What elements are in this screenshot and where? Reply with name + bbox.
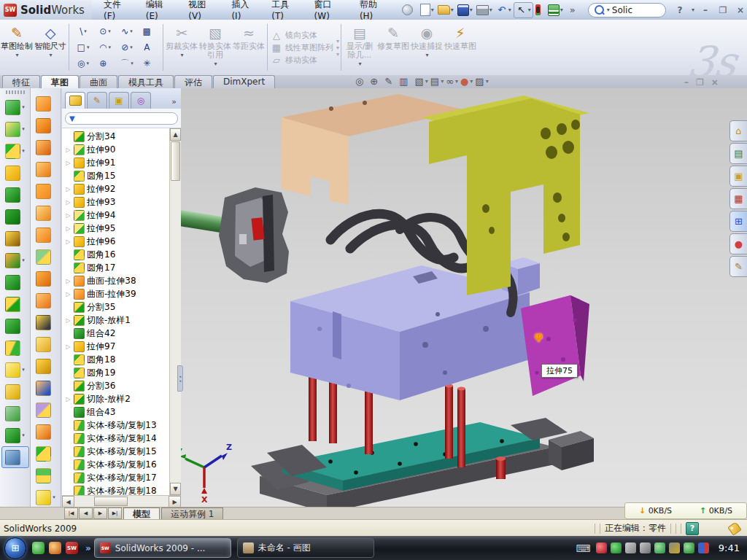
tree-item[interactable]: ▷ 实体-移动/复制15 <box>65 445 169 458</box>
expand-arrow-icon[interactable]: ▷ <box>65 291 71 298</box>
select-arrow-icon[interactable]: ↖ ▾ <box>514 2 533 18</box>
tree-item[interactable]: ▷ 拉伸96 <box>65 235 169 248</box>
dimxpertmanager-tab[interactable]: ◎ <box>131 92 151 109</box>
tree-item[interactable]: ▷ 分割34 <box>65 130 169 143</box>
rebuild-icon[interactable]: ▾ <box>534 3 546 17</box>
command-button[interactable]: ⚡ 快速草图 ▾ <box>444 20 477 75</box>
tool-button[interactable]: ▾ <box>32 377 60 399</box>
tool-button[interactable]: ▾ <box>32 421 60 443</box>
tag-icon[interactable] <box>727 521 741 535</box>
tree-item[interactable]: ▷ 切除-放样1 <box>65 314 169 327</box>
tree-item[interactable]: ▷ 拉伸97 <box>65 340 169 353</box>
command-tab[interactable]: DimXpert <box>213 75 275 88</box>
gps-icon[interactable] <box>654 542 665 553</box>
tab-nav-button[interactable]: ▶ <box>93 508 107 519</box>
tree-item[interactable]: ▷ 圆角19 <box>65 366 169 379</box>
command-tab[interactable]: 评估 <box>174 75 212 88</box>
tool-button[interactable]: ▾ <box>1 118 29 140</box>
tree-item[interactable]: ▷ 拉伸92 <box>65 182 169 195</box>
tool-button[interactable]: ▾ <box>32 202 60 224</box>
solidworks-icon[interactable]: SW <box>66 542 78 554</box>
tree-item[interactable]: ▷ 曲面-拉伸39 <box>65 287 169 300</box>
sync-icon[interactable] <box>698 542 709 553</box>
tool-button[interactable]: ▾ <box>1 402 29 424</box>
tool-button[interactable]: ▾ <box>1 381 29 402</box>
tool-button[interactable]: ▾ <box>1 140 29 162</box>
dropdown-caret-icon[interactable]: ▾ <box>214 61 217 67</box>
assembly-model[interactable]: Y Z X <box>181 88 747 507</box>
expand-arrow-icon[interactable]: ▷ <box>65 225 71 232</box>
solidworks-content-tab[interactable]: ▦ <box>729 188 747 209</box>
expand-arrow-icon[interactable]: ▷ <box>65 160 71 166</box>
configurationmanager-tab[interactable]: ▣ <box>109 92 129 109</box>
expand-arrow-icon[interactable]: ▷ <box>65 343 71 350</box>
network-warning-icon[interactable] <box>669 542 680 553</box>
tree-vertical-scrollbar[interactable]: ▲ ▼ <box>169 128 181 495</box>
design-library-tab[interactable]: ▤ <box>729 143 747 164</box>
hide-show-items-icon[interactable]: ∞ ▾ <box>446 76 458 87</box>
filter-input[interactable]: ▼ <box>65 112 178 125</box>
tool-button[interactable]: ▾ <box>32 355 60 377</box>
tool-button[interactable]: ▾ <box>1 228 29 249</box>
manager-overflow-button[interactable]: » <box>171 97 179 109</box>
sketch-entity-button[interactable]: ⊙▾ <box>94 23 116 39</box>
tool-button[interactable]: ▾ <box>32 246 60 268</box>
command-tab[interactable]: 模具工具 <box>118 75 174 88</box>
tab-nav-button[interactable]: |◀ <box>64 508 78 519</box>
media-icon[interactable] <box>49 542 61 554</box>
tree-item[interactable]: ▷ 曲面-拉伸38 <box>65 274 169 287</box>
view-palette-tab[interactable]: ⊞ <box>729 211 747 232</box>
scroll-down-button[interactable]: ▼ <box>170 483 181 495</box>
tree-item[interactable]: ▷ 组合42 <box>65 327 169 340</box>
tool-button[interactable]: ▾ <box>32 268 60 289</box>
dropdown-caret-icon[interactable]: ▾ <box>180 52 183 58</box>
new-document-icon[interactable]: ▾ <box>419 2 436 18</box>
quick-launch-chevron[interactable]: » <box>85 543 91 553</box>
sketch-entity-button[interactable]: ⊘▾ <box>116 39 138 55</box>
tab-nav-button[interactable]: ◀ <box>79 508 93 519</box>
save-icon[interactable]: ▾ <box>456 3 474 18</box>
expand-arrow-icon[interactable]: ▷ <box>65 147 71 153</box>
graphics-viewport[interactable]: Y Z X φ 拉伸75 ⌂ ▤ <box>181 88 747 507</box>
toolbar-grip[interactable] <box>6 90 25 94</box>
scroll-up-button[interactable]: ▲ <box>170 128 181 141</box>
sketch-entity-button[interactable]: ⊕▾ <box>94 55 116 71</box>
doc-minimize-button[interactable]: – <box>684 77 689 88</box>
edit-appearance-icon[interactable]: ● ▾ <box>460 76 473 87</box>
tree-item[interactable]: ▷ 拉伸91 <box>65 156 169 169</box>
tool-button[interactable]: ▾ <box>32 224 60 246</box>
tool-button[interactable]: ▾ <box>32 289 60 311</box>
tool-button[interactable]: ▾ <box>32 443 60 464</box>
tree-item[interactable]: ▷ 实体-移动/复制13 <box>65 419 169 432</box>
dropdown-caret-icon[interactable]: ▾ <box>426 52 429 58</box>
antivirus-icon[interactable] <box>611 542 622 553</box>
messenger-icon[interactable] <box>32 542 44 554</box>
tool-button[interactable]: ▾ <box>1 293 29 315</box>
tree-item[interactable]: ▷ 拉伸90 <box>65 143 169 156</box>
section-view-icon[interactable]: ▥ ▾ <box>399 76 412 87</box>
document-tab[interactable]: 模型 <box>123 508 160 520</box>
expand-arrow-icon[interactable]: ▷ <box>65 238 71 245</box>
close-button[interactable]: × <box>734 5 747 15</box>
dropdown-caret-icon[interactable]: ▾ <box>49 52 52 58</box>
scroll-thumb[interactable] <box>94 497 128 506</box>
sketch-entity-button[interactable]: A▾ <box>138 39 160 55</box>
tree-item[interactable]: ▷ 实体-移动/复制18 <box>65 484 169 495</box>
tool-button[interactable]: ▾ <box>32 333 60 355</box>
sketch-entity-button[interactable]: ∿▾ <box>116 23 138 39</box>
command-button[interactable]: ▱ 移动实体 <box>271 55 333 66</box>
tree-item[interactable]: ▷ 圆角15 <box>65 169 169 182</box>
tool-button[interactable]: ▾ <box>1 315 29 337</box>
part-locating-pin[interactable] <box>496 456 506 479</box>
security-alert-icon[interactable] <box>596 542 607 553</box>
tree-item[interactable]: ▷ 切除-放样2 <box>65 392 169 405</box>
tool-button[interactable]: ▾ <box>32 464 60 486</box>
command-button[interactable]: ▤ 显示/删除几... ▾ <box>343 20 376 75</box>
tree-item[interactable]: ▷ 分割35 <box>65 300 169 314</box>
doc-close-button[interactable]: × <box>711 77 719 88</box>
expand-arrow-icon[interactable]: ▷ <box>65 396 71 402</box>
propertymanager-tab[interactable]: ✎ <box>87 92 107 109</box>
volume-icon[interactable] <box>640 542 651 553</box>
sketch-entity-button[interactable]: ▩▾ <box>138 23 160 39</box>
apply-scene-icon[interactable]: ▨ ▾ <box>475 76 488 87</box>
